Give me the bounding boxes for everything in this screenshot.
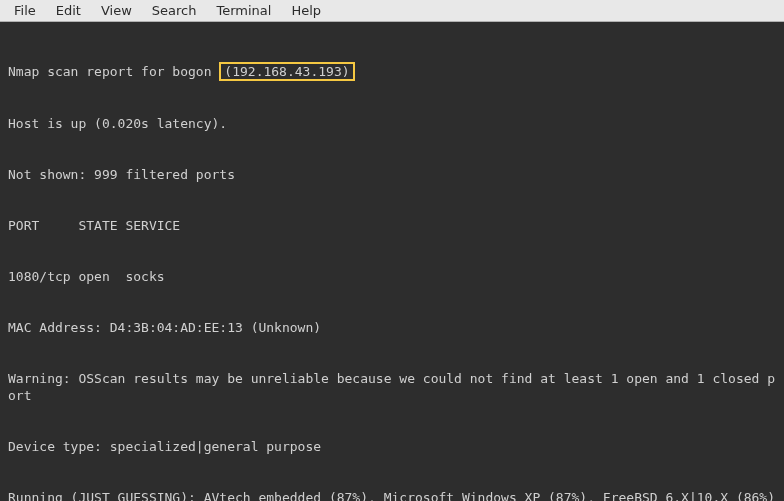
menu-terminal[interactable]: Terminal xyxy=(206,1,281,20)
scan-report-prefix: Nmap scan report for bogon xyxy=(8,64,219,79)
menu-search[interactable]: Search xyxy=(142,1,207,20)
device-type-line: Device type: specialized|general purpose xyxy=(8,438,776,455)
scan-report-line: Nmap scan report for bogon (192.168.43.1… xyxy=(8,62,776,81)
mac-address-line: MAC Address: D4:3B:04:AD:EE:13 (Unknown) xyxy=(8,319,776,336)
menubar: File Edit View Search Terminal Help xyxy=(0,0,784,22)
running-line: Running (JUST GUESSING): AVtech embedded… xyxy=(8,489,776,501)
host-up-line: Host is up (0.020s latency). xyxy=(8,115,776,132)
port-header-line: PORT STATE SERVICE xyxy=(8,217,776,234)
ip-highlight-1: (192.168.43.193) xyxy=(219,62,354,81)
warning-line: Warning: OSScan results may be unreliabl… xyxy=(8,370,776,404)
terminal-output[interactable]: Nmap scan report for bogon (192.168.43.1… xyxy=(0,22,784,501)
menu-edit[interactable]: Edit xyxy=(46,1,91,20)
menu-file[interactable]: File xyxy=(4,1,46,20)
menu-help[interactable]: Help xyxy=(281,1,331,20)
port-line: 1080/tcp open socks xyxy=(8,268,776,285)
menu-view[interactable]: View xyxy=(91,1,142,20)
not-shown-line: Not shown: 999 filtered ports xyxy=(8,166,776,183)
